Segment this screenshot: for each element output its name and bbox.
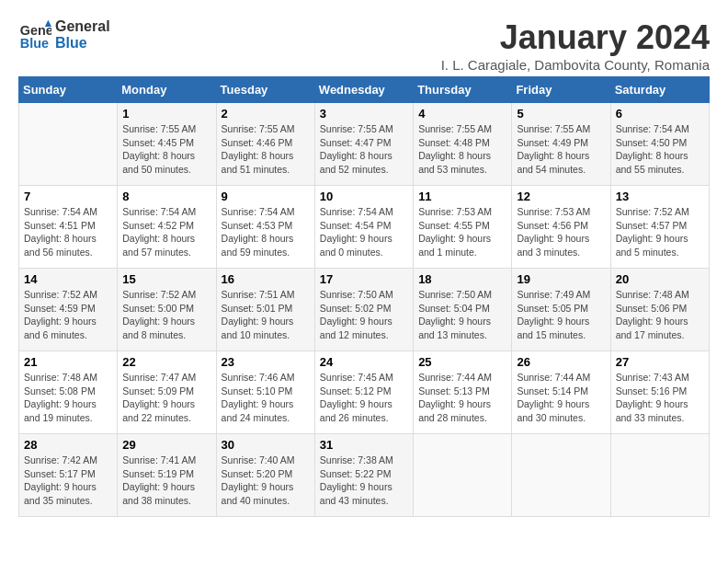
day-info: Sunrise: 7:54 AM Sunset: 4:52 PM Dayligh… bbox=[122, 205, 210, 259]
day-info: Sunrise: 7:54 AM Sunset: 4:50 PM Dayligh… bbox=[616, 122, 704, 177]
calendar-cell: 17Sunrise: 7:50 AM Sunset: 5:02 PM Dayli… bbox=[314, 269, 413, 351]
weekday-header-thursday: Thursday bbox=[414, 77, 512, 103]
day-info: Sunrise: 7:51 AM Sunset: 5:01 PM Dayligh… bbox=[222, 288, 310, 342]
calendar-cell: 2Sunrise: 7:55 AM Sunset: 4:46 PM Daylig… bbox=[216, 103, 314, 186]
day-info: Sunrise: 7:48 AM Sunset: 5:08 PM Dayligh… bbox=[24, 371, 112, 425]
day-info: Sunrise: 7:40 AM Sunset: 5:20 PM Dayligh… bbox=[222, 454, 310, 508]
day-number: 7 bbox=[24, 190, 112, 203]
calendar-cell: 6Sunrise: 7:54 AM Sunset: 4:50 PM Daylig… bbox=[610, 103, 709, 186]
calendar-cell: 3Sunrise: 7:55 AM Sunset: 4:47 PM Daylig… bbox=[314, 103, 413, 186]
calendar-cell bbox=[19, 103, 118, 186]
day-info: Sunrise: 7:50 AM Sunset: 5:04 PM Dayligh… bbox=[418, 288, 506, 342]
calendar-table: SundayMondayTuesdayWednesdayThursdayFrid… bbox=[18, 76, 710, 517]
day-number: 26 bbox=[517, 355, 605, 369]
day-info: Sunrise: 7:41 AM Sunset: 5:19 PM Dayligh… bbox=[122, 454, 210, 508]
day-number: 18 bbox=[418, 272, 506, 286]
day-info: Sunrise: 7:55 AM Sunset: 4:46 PM Dayligh… bbox=[222, 122, 310, 177]
day-number: 5 bbox=[517, 107, 605, 121]
calendar-cell: 9Sunrise: 7:54 AM Sunset: 4:53 PM Daylig… bbox=[216, 186, 314, 269]
calendar-cell: 31Sunrise: 7:38 AM Sunset: 5:22 PM Dayli… bbox=[314, 434, 413, 517]
day-number: 19 bbox=[517, 272, 605, 286]
calendar-subtitle: I. L. Caragiale, Dambovita County, Roman… bbox=[441, 57, 710, 73]
calendar-cell: 4Sunrise: 7:55 AM Sunset: 4:48 PM Daylig… bbox=[414, 103, 512, 186]
svg-text:Blue: Blue bbox=[20, 36, 49, 51]
calendar-cell: 24Sunrise: 7:45 AM Sunset: 5:12 PM Dayli… bbox=[314, 351, 413, 434]
calendar-cell: 19Sunrise: 7:49 AM Sunset: 5:05 PM Dayli… bbox=[512, 269, 610, 351]
logo-icon: General Blue bbox=[18, 18, 51, 52]
calendar-cell: 14Sunrise: 7:52 AM Sunset: 4:59 PM Dayli… bbox=[19, 269, 118, 351]
weekday-header-saturday: Saturday bbox=[610, 77, 709, 103]
calendar-cell: 27Sunrise: 7:43 AM Sunset: 5:16 PM Dayli… bbox=[610, 351, 709, 434]
calendar-cell: 10Sunrise: 7:54 AM Sunset: 4:54 PM Dayli… bbox=[314, 186, 413, 269]
day-info: Sunrise: 7:49 AM Sunset: 5:05 PM Dayligh… bbox=[517, 288, 605, 342]
day-number: 2 bbox=[222, 107, 310, 121]
day-number: 17 bbox=[320, 272, 408, 286]
day-info: Sunrise: 7:53 AM Sunset: 4:56 PM Dayligh… bbox=[517, 205, 605, 259]
day-info: Sunrise: 7:53 AM Sunset: 4:55 PM Dayligh… bbox=[418, 205, 506, 259]
day-number: 29 bbox=[122, 438, 210, 452]
calendar-cell: 22Sunrise: 7:47 AM Sunset: 5:09 PM Dayli… bbox=[118, 351, 216, 434]
calendar-cell: 30Sunrise: 7:40 AM Sunset: 5:20 PM Dayli… bbox=[216, 434, 314, 517]
day-info: Sunrise: 7:54 AM Sunset: 4:53 PM Dayligh… bbox=[222, 205, 310, 259]
calendar-cell: 21Sunrise: 7:48 AM Sunset: 5:08 PM Dayli… bbox=[19, 351, 118, 434]
calendar-cell: 7Sunrise: 7:54 AM Sunset: 4:51 PM Daylig… bbox=[19, 186, 118, 269]
calendar-week-4: 21Sunrise: 7:48 AM Sunset: 5:08 PM Dayli… bbox=[19, 351, 710, 434]
day-number: 21 bbox=[24, 355, 112, 369]
calendar-cell bbox=[512, 434, 610, 517]
day-number: 11 bbox=[418, 190, 506, 203]
day-info: Sunrise: 7:52 AM Sunset: 4:57 PM Dayligh… bbox=[616, 205, 704, 259]
calendar-cell: 16Sunrise: 7:51 AM Sunset: 5:01 PM Dayli… bbox=[216, 269, 314, 351]
day-number: 28 bbox=[24, 438, 112, 452]
calendar-cell: 15Sunrise: 7:52 AM Sunset: 5:00 PM Dayli… bbox=[118, 269, 216, 351]
day-number: 1 bbox=[122, 107, 210, 121]
day-info: Sunrise: 7:38 AM Sunset: 5:22 PM Dayligh… bbox=[320, 454, 408, 508]
weekday-header-friday: Friday bbox=[512, 77, 610, 103]
calendar-cell: 25Sunrise: 7:44 AM Sunset: 5:13 PM Dayli… bbox=[414, 351, 512, 434]
calendar-title: January 2024 bbox=[441, 18, 710, 57]
day-info: Sunrise: 7:54 AM Sunset: 4:54 PM Dayligh… bbox=[320, 205, 408, 259]
day-number: 6 bbox=[616, 107, 704, 121]
calendar-cell: 12Sunrise: 7:53 AM Sunset: 4:56 PM Dayli… bbox=[512, 186, 610, 269]
day-number: 27 bbox=[616, 355, 704, 369]
day-info: Sunrise: 7:55 AM Sunset: 4:48 PM Dayligh… bbox=[418, 122, 506, 177]
calendar-header: January 2024 I. L. Caragiale, Dambovita … bbox=[441, 18, 710, 73]
day-number: 13 bbox=[616, 190, 704, 203]
page-header: General Blue General Blue January 2024 I… bbox=[18, 18, 710, 73]
day-info: Sunrise: 7:54 AM Sunset: 4:51 PM Dayligh… bbox=[24, 205, 112, 259]
day-info: Sunrise: 7:47 AM Sunset: 5:09 PM Dayligh… bbox=[122, 371, 210, 425]
day-info: Sunrise: 7:44 AM Sunset: 5:13 PM Dayligh… bbox=[418, 371, 506, 425]
day-info: Sunrise: 7:43 AM Sunset: 5:16 PM Dayligh… bbox=[616, 371, 704, 425]
calendar-cell: 23Sunrise: 7:46 AM Sunset: 5:10 PM Dayli… bbox=[216, 351, 314, 434]
day-number: 23 bbox=[222, 355, 310, 369]
day-number: 16 bbox=[222, 272, 310, 286]
weekday-header-monday: Monday bbox=[118, 77, 216, 103]
day-number: 25 bbox=[418, 355, 506, 369]
day-number: 24 bbox=[320, 355, 408, 369]
day-number: 4 bbox=[418, 107, 506, 121]
weekday-header-row: SundayMondayTuesdayWednesdayThursdayFrid… bbox=[19, 77, 710, 103]
calendar-cell: 11Sunrise: 7:53 AM Sunset: 4:55 PM Dayli… bbox=[414, 186, 512, 269]
logo-line2: Blue bbox=[55, 35, 110, 52]
calendar-cell: 26Sunrise: 7:44 AM Sunset: 5:14 PM Dayli… bbox=[512, 351, 610, 434]
day-number: 9 bbox=[222, 190, 310, 203]
day-info: Sunrise: 7:50 AM Sunset: 5:02 PM Dayligh… bbox=[320, 288, 408, 342]
day-number: 12 bbox=[517, 190, 605, 203]
calendar-cell: 8Sunrise: 7:54 AM Sunset: 4:52 PM Daylig… bbox=[118, 186, 216, 269]
day-info: Sunrise: 7:52 AM Sunset: 5:00 PM Dayligh… bbox=[122, 288, 210, 342]
calendar-cell: 5Sunrise: 7:55 AM Sunset: 4:49 PM Daylig… bbox=[512, 103, 610, 186]
day-number: 22 bbox=[122, 355, 210, 369]
day-number: 20 bbox=[616, 272, 704, 286]
day-info: Sunrise: 7:55 AM Sunset: 4:49 PM Dayligh… bbox=[517, 122, 605, 177]
calendar-cell: 13Sunrise: 7:52 AM Sunset: 4:57 PM Dayli… bbox=[610, 186, 709, 269]
calendar-cell: 18Sunrise: 7:50 AM Sunset: 5:04 PM Dayli… bbox=[414, 269, 512, 351]
weekday-header-tuesday: Tuesday bbox=[216, 77, 314, 103]
calendar-cell bbox=[610, 434, 709, 517]
day-info: Sunrise: 7:48 AM Sunset: 5:06 PM Dayligh… bbox=[616, 288, 704, 342]
calendar-cell: 28Sunrise: 7:42 AM Sunset: 5:17 PM Dayli… bbox=[19, 434, 118, 517]
logo: General Blue General Blue bbox=[18, 18, 110, 52]
day-number: 10 bbox=[320, 190, 408, 203]
day-number: 8 bbox=[122, 190, 210, 203]
day-info: Sunrise: 7:42 AM Sunset: 5:17 PM Dayligh… bbox=[24, 454, 112, 508]
calendar-cell bbox=[414, 434, 512, 517]
day-info: Sunrise: 7:44 AM Sunset: 5:14 PM Dayligh… bbox=[517, 371, 605, 425]
